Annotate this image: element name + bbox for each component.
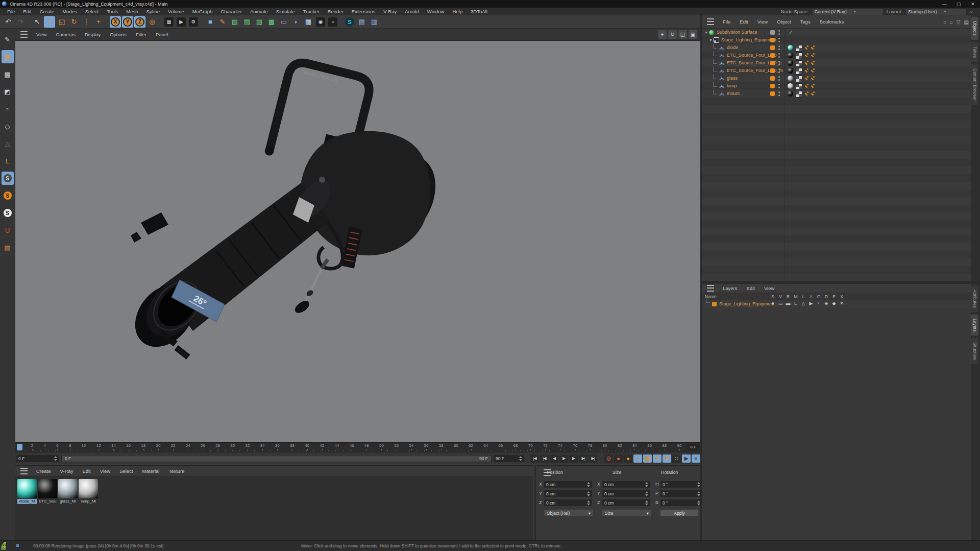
selection-tag[interactable] <box>805 78 806 79</box>
tweak-mode-tool[interactable]: + <box>93 16 104 28</box>
key-parameter-toggle[interactable]: P <box>663 454 671 463</box>
add-light[interactable]: ○ <box>327 16 338 28</box>
axis-mode[interactable]: L <box>2 154 14 167</box>
coordinate-system-toggle[interactable]: ◎ <box>146 16 158 28</box>
polygons-mode[interactable]: △ <box>2 137 14 150</box>
viewport-menu-panel[interactable]: Panel <box>151 32 173 37</box>
key-pla-toggle[interactable]: ∷ <box>672 454 681 463</box>
layer-color-toggle[interactable] <box>770 68 775 73</box>
size-mode-dropdown[interactable]: Size ▾ <box>602 510 651 516</box>
menu-mograph[interactable]: MoGraph <box>188 9 217 14</box>
phong-tag[interactable] <box>811 62 813 64</box>
menu-extensions[interactable]: Extensions <box>348 9 379 14</box>
tab-content-browser[interactable]: Content Browser <box>971 64 978 105</box>
om-menu-view[interactable]: View <box>753 19 772 25</box>
menu-help[interactable]: Help <box>448 9 467 14</box>
prev-key-button[interactable]: |◀ <box>540 454 549 463</box>
spinner-icon[interactable] <box>697 482 700 487</box>
node-space-dropdown[interactable]: Current (V-Ray) ▾ <box>812 8 884 15</box>
record-objects-toggle[interactable]: ● <box>614 454 623 463</box>
edges-mode[interactable]: ◇ <box>2 119 14 133</box>
menu-modes[interactable]: Modes <box>58 9 81 14</box>
material-tag[interactable] <box>788 53 793 58</box>
layer-color-swatch[interactable] <box>712 302 717 306</box>
layer-color-toggle[interactable] <box>770 30 775 35</box>
workplane-grid[interactable]: ▦ <box>2 241 14 254</box>
layer-color-toggle[interactable] <box>770 91 775 96</box>
coord-field[interactable]: 0 cm <box>544 481 592 488</box>
layer-color-toggle[interactable] <box>770 38 775 42</box>
layers-menu-edit[interactable]: Edit <box>742 285 760 291</box>
uvw-tag[interactable] <box>796 83 802 90</box>
om-browser-icon[interactable]: ▤ <box>964 19 969 25</box>
last-used-tool[interactable]: ⋮ <box>81 16 92 28</box>
material-tag[interactable] <box>788 83 793 89</box>
coord-field[interactable]: 0 cm <box>602 490 650 497</box>
om-menu-edit[interactable]: Edit <box>735 19 752 25</box>
add-floor[interactable]: ▦ <box>303 16 314 28</box>
phong-tag[interactable] <box>811 93 813 94</box>
object-row[interactable]: ▾Stage_Lighting_Equipment <box>702 36 971 44</box>
range-thumb[interactable]: 0 F 90 F <box>62 456 491 462</box>
texture-mode[interactable]: ▩ <box>2 67 14 81</box>
layout-search-icon[interactable]: ○ <box>970 9 973 14</box>
material-tag[interactable] <box>788 68 793 74</box>
add-deformer[interactable]: ▭ <box>278 16 289 28</box>
magnet-snap[interactable]: U <box>2 224 14 237</box>
material-tag[interactable] <box>788 45 793 51</box>
layer-toggle-icon[interactable]: ∟ <box>793 301 799 306</box>
material-menu-icon[interactable] <box>20 468 28 474</box>
phong-tag[interactable] <box>811 55 813 56</box>
record-keyframe-button[interactable]: ● <box>624 454 632 463</box>
close-button[interactable]: ✕ <box>966 0 980 8</box>
selection-tag[interactable] <box>805 62 806 64</box>
layer-color-toggle[interactable] <box>770 61 775 65</box>
material-menu-material[interactable]: Material <box>138 468 164 474</box>
layer-toggle-icon[interactable]: + <box>816 301 822 306</box>
viewport-orbit-icon[interactable]: ↻ <box>668 30 677 39</box>
menu-select[interactable]: Select <box>81 9 103 14</box>
prev-frame-button[interactable]: ◀ <box>550 454 558 463</box>
frame-start-field[interactable]: 0 F <box>16 455 59 462</box>
solo-mode-button[interactable]: ≡ <box>692 454 700 463</box>
layer-toggle-icon[interactable]: ▶ <box>808 301 814 306</box>
material-menu-create[interactable]: Create <box>32 468 56 474</box>
object-row[interactable]: ▲diode <box>702 44 971 52</box>
uvw-tag[interactable] <box>796 68 802 75</box>
add-subdivision-surface[interactable]: ▧ <box>229 16 240 28</box>
viewport-menu-view[interactable]: View <box>32 32 51 37</box>
menu-create[interactable]: Create <box>36 9 59 14</box>
phong-tag[interactable] <box>811 70 813 71</box>
vray-scene-button[interactable]: ▤ <box>356 16 368 28</box>
om-menu-tags[interactable]: Tags <box>796 19 815 25</box>
workplane-mode[interactable]: ◩ <box>2 85 14 98</box>
tweak-tool-mode[interactable]: ✎ <box>2 33 14 46</box>
key-rotation-toggle[interactable]: ↻ <box>653 454 662 463</box>
points-mode[interactable]: ▫ <box>2 102 14 115</box>
scale-tool[interactable]: ◱ <box>56 16 67 28</box>
om-menu-bookmarks[interactable]: Bookmarks <box>815 19 849 25</box>
layers-menu-view[interactable]: View <box>760 285 779 291</box>
object-row[interactable]: ▲ETC_Source_Four_LED_e <box>702 59 971 67</box>
vray-menu-button[interactable]: S <box>344 16 355 28</box>
rotate-tool[interactable]: ↻ <box>68 16 80 28</box>
object-manager-menu-icon[interactable] <box>707 18 714 25</box>
layers-menu-icon[interactable] <box>707 285 714 292</box>
tab-objects[interactable]: Objects <box>971 17 978 40</box>
coord-field[interactable]: 0 cm <box>602 481 650 488</box>
render-settings-button[interactable]: ⚙ <box>188 16 199 28</box>
layer-toggle-icon[interactable]: ▬ <box>785 301 791 306</box>
uvw-tag[interactable] <box>796 91 802 98</box>
frame-range-slider[interactable]: 0 F 90 F <box>61 455 492 462</box>
menu-tracker[interactable]: Tracker <box>299 9 324 14</box>
om-filter-icon[interactable]: ▽ <box>957 19 961 25</box>
om-menu-object[interactable]: Object <box>772 19 795 25</box>
visibility-dots[interactable] <box>778 76 780 78</box>
layer-color-toggle[interactable] <box>770 84 775 88</box>
material-tag[interactable] <box>788 60 793 66</box>
goto-end-button[interactable]: ▶| <box>589 454 597 463</box>
x-axis-lock[interactable]: X <box>110 16 121 28</box>
layer-toggle-icon[interactable]: ▭ <box>777 301 783 306</box>
layer-row[interactable]: Stage_Lighting_Equipment ●▭▬∟△▶+◈◆✕ <box>702 300 971 308</box>
visibility-dots[interactable] <box>778 68 780 70</box>
